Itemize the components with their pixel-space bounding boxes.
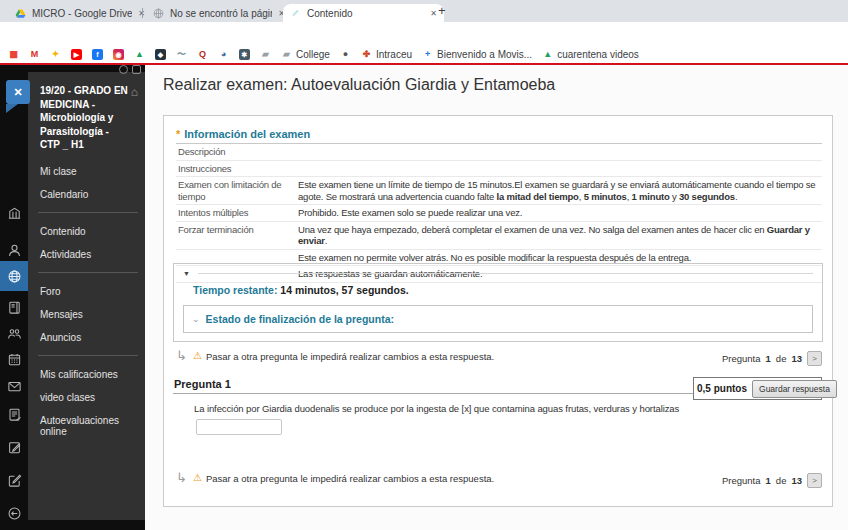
quora-icon: Q bbox=[197, 49, 208, 60]
question-title: Pregunta 1 bbox=[174, 378, 231, 390]
groups-icon[interactable] bbox=[0, 320, 28, 346]
exam-info-title: Información del examen bbox=[184, 128, 310, 140]
bookmark-google-drive[interactable]: ▲ bbox=[134, 49, 145, 60]
info-value: Este examen no permite volver atrás. No … bbox=[298, 252, 822, 264]
cuarentena-videos-icon: ▲ bbox=[542, 49, 553, 60]
pagination-current: 1 bbox=[766, 475, 771, 486]
folder-college-icon: ▰ bbox=[281, 49, 292, 60]
question-status-panel[interactable]: ⌄ Estado de finalización de la pregunta: bbox=[183, 305, 813, 333]
info-value: Este examen tiene un límite de tiempo de… bbox=[298, 179, 822, 202]
sidebar-item-actividades[interactable]: Actividades bbox=[40, 249, 137, 260]
globe-favicon bbox=[153, 8, 164, 19]
institution-icon[interactable] bbox=[0, 200, 28, 226]
next-question-button[interactable]: > bbox=[807, 473, 822, 488]
dark-app-icon: ◆ bbox=[155, 49, 166, 60]
instagram-icon: ◉ bbox=[113, 49, 124, 60]
yellow-app-icon: ✦ bbox=[50, 49, 61, 60]
question-text: La infección por Giardia duodenalis se p… bbox=[194, 403, 812, 414]
calendar-icon[interactable] bbox=[0, 346, 28, 372]
tab-title: No se encontró la página bbox=[170, 8, 272, 19]
bookmark-label: Bienvenido a Movis... bbox=[437, 49, 532, 60]
grades-document-icon[interactable] bbox=[0, 401, 28, 427]
bookmark-youtube[interactable]: ▶ bbox=[71, 49, 82, 60]
chevron-down-icon: ⌄ bbox=[192, 315, 200, 323]
answer-input[interactable] bbox=[196, 419, 282, 435]
home-icon[interactable]: ⌂ bbox=[131, 85, 138, 99]
menu-divider bbox=[38, 272, 138, 273]
bookmark-folder[interactable]: ▰ bbox=[260, 49, 271, 60]
time-remaining-value: 14 minutos, 57 segundos. bbox=[280, 284, 408, 296]
compose-icon[interactable] bbox=[0, 467, 28, 493]
blackboard-favicon bbox=[290, 8, 301, 19]
info-value: Una vez que haya empezado, deberá comple… bbox=[298, 224, 822, 247]
course-menu-panel: ⌂ 19/20 - GRADO EN MEDICINA - Microbiolo… bbox=[28, 72, 145, 520]
tab-google-drive[interactable]: MICRO - Google Drive ✕ bbox=[8, 4, 152, 22]
warning-icon: ⚠ bbox=[193, 472, 202, 484]
close-menu-pin[interactable]: ✕ bbox=[6, 80, 30, 104]
save-answer-button[interactable]: Guardar respuesta bbox=[752, 380, 837, 398]
signature-app-icon: 〜 bbox=[176, 49, 187, 60]
bookmark-signature-app[interactable]: 〜 bbox=[176, 49, 187, 60]
sidebar-item-video-clases[interactable]: video clases bbox=[40, 392, 137, 403]
sidebar-item-contenido[interactable]: Contenido bbox=[40, 226, 137, 237]
sidebar-item-anuncios[interactable]: Anuncios bbox=[40, 332, 137, 343]
bookmark-cuarentena-videos[interactable]: ▲cuarentena videos bbox=[542, 49, 639, 60]
globe-courses-icon[interactable] bbox=[0, 261, 28, 291]
bookmark-quora[interactable]: Q bbox=[197, 49, 208, 60]
bookmark-dark-app[interactable]: ◆ bbox=[155, 49, 166, 60]
sidebar-item-mensajes[interactable]: Mensajes bbox=[40, 309, 137, 320]
edit-document-icon[interactable] bbox=[0, 434, 28, 460]
bookmark-folder-college[interactable]: ▰College bbox=[281, 49, 330, 60]
menu-divider bbox=[38, 212, 138, 213]
tab-close-icon[interactable]: ✕ bbox=[430, 9, 437, 18]
sidebar-item-foro[interactable]: Foro bbox=[40, 286, 137, 297]
sidebar-bottom-strip bbox=[0, 520, 145, 530]
collapse-triangle-icon[interactable]: ▼ bbox=[183, 269, 190, 278]
exam-info-header: *Información del examen bbox=[176, 128, 822, 144]
tab-separator bbox=[142, 8, 143, 18]
course-menu: Mi clase Calendario Contenido Actividade… bbox=[40, 166, 137, 437]
branch-arrow-icon: ↳ bbox=[176, 472, 187, 484]
folder-icon: ▰ bbox=[260, 49, 271, 60]
tab-not-found[interactable]: No se encontró la página ✕ bbox=[146, 4, 292, 22]
next-question-button[interactable]: > bbox=[807, 351, 822, 366]
pagination-of: de bbox=[776, 353, 787, 364]
info-value: Prohibido. Este examen solo se puede rea… bbox=[298, 207, 822, 219]
sidebar-item-mis-calificaciones[interactable]: Mis calificaciones bbox=[40, 369, 137, 380]
tab-contenido-active[interactable]: Contenido ✕ bbox=[283, 4, 444, 22]
bookmark-round-logo[interactable]: ◕ bbox=[218, 49, 229, 60]
bookmark-apps-grid[interactable]: ▦ bbox=[8, 49, 19, 60]
sidebar-item-autoevaluaciones[interactable]: Autoevaluaciones online bbox=[40, 415, 137, 437]
info-row-instrucciones: Instrucciones bbox=[176, 161, 822, 178]
bookmark-gmail[interactable]: M bbox=[29, 49, 40, 60]
sidebar-item-calendario[interactable]: Calendario bbox=[40, 189, 137, 200]
gmail-icon: M bbox=[29, 49, 40, 60]
bookmark-apple[interactable]: ● bbox=[340, 49, 351, 60]
bookmark-intraceu[interactable]: ✤Intraceu bbox=[361, 49, 412, 60]
journal-icon[interactable] bbox=[0, 294, 28, 320]
bookmark-bienvenido[interactable]: +Bienvenido a Movis... bbox=[422, 49, 532, 60]
menu-divider bbox=[38, 355, 138, 356]
square-control-icon[interactable] bbox=[132, 65, 141, 74]
warning-row-bottom: ↳ ⚠ Pasar a otra pregunta le impedirá re… bbox=[176, 472, 822, 488]
exam-info-table: *Información del examen Descripción Inst… bbox=[176, 128, 822, 283]
pagination-bottom: Pregunta 1 de 13 > bbox=[722, 472, 822, 488]
course-title: 19/20 - GRADO EN MEDICINA - Microbiologí… bbox=[40, 84, 128, 152]
bookmark-asterisk-app[interactable]: ✱ bbox=[239, 49, 250, 60]
bookmark-yellow-app[interactable]: ✦ bbox=[50, 49, 61, 60]
new-tab-button[interactable]: + bbox=[438, 3, 446, 18]
pagination-current: 1 bbox=[766, 353, 771, 364]
messages-envelope-icon[interactable] bbox=[0, 373, 28, 399]
tab-title: MICRO - Google Drive bbox=[32, 8, 132, 19]
bookmark-facebook[interactable]: f bbox=[92, 49, 103, 60]
circle-control-icon[interactable] bbox=[119, 65, 128, 74]
time-remaining: Tiempo restante: 14 minutos, 57 segundos… bbox=[193, 284, 813, 296]
bookmark-label: Intraceu bbox=[376, 49, 412, 60]
asterisk-app-icon: ✱ bbox=[239, 49, 250, 60]
time-remaining-label: Tiempo restante: bbox=[193, 284, 277, 296]
info-value bbox=[298, 163, 822, 175]
bookmark-instagram[interactable]: ◉ bbox=[113, 49, 124, 60]
bookmark-label: cuarentena videos bbox=[557, 49, 639, 60]
profile-icon[interactable] bbox=[0, 237, 28, 263]
sidebar-item-mi-clase[interactable]: Mi clase bbox=[40, 166, 137, 177]
